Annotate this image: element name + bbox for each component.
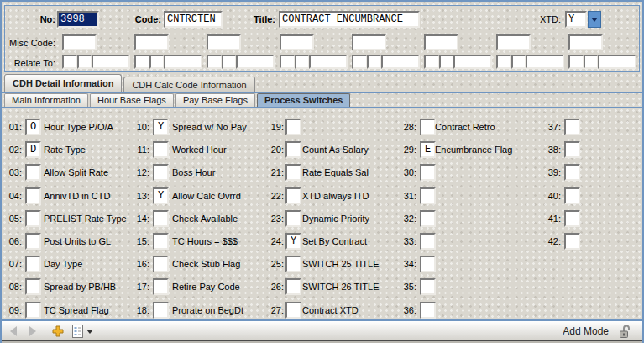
switch-number: 36:	[396, 302, 416, 319]
switch-value-field-34[interactable]	[420, 256, 436, 272]
switch-value-field-25[interactable]	[285, 256, 301, 272]
switch-value-field-04[interactable]	[25, 187, 41, 204]
switch-value-field-20[interactable]	[285, 141, 301, 158]
switch-number: 31:	[396, 187, 416, 204]
switch-value-field-10[interactable]: Y	[153, 119, 169, 135]
switch-label: Contract XTD	[302, 302, 359, 319]
switch-value-field-29[interactable]: E	[420, 141, 436, 158]
switch-label: Day Type	[44, 256, 82, 272]
switch-label: Dynamic Priority	[302, 210, 369, 227]
switch-value-field-39[interactable]	[564, 164, 580, 181]
switch-value-field-01[interactable]: O	[25, 119, 41, 135]
process-switches-panel: 01:OHour Type P/O/A02:DRate Type03:Allow…	[2, 2, 642, 343]
switch-value-field-33[interactable]	[420, 233, 436, 250]
switch-number: 28:	[396, 119, 416, 135]
switch-number: 37:	[541, 119, 561, 135]
switch-label: Rate Equals Sal	[302, 164, 369, 181]
switch-value-field-03[interactable]	[25, 164, 41, 181]
switch-label: Allow Calc Ovrrd	[172, 187, 241, 204]
switch-value-field-05[interactable]	[25, 210, 41, 227]
chevron-down-icon	[86, 330, 93, 334]
switch-value-field-11[interactable]	[153, 141, 169, 158]
output-options-button[interactable]	[72, 321, 83, 341]
switch-number: 01:	[2, 119, 22, 135]
switch-number: 39:	[541, 164, 561, 181]
switch-value-field-14[interactable]	[153, 210, 169, 227]
next-record-button[interactable]	[29, 321, 36, 341]
switch-label: Spread by PB/HB	[44, 278, 116, 295]
report-icon	[72, 325, 83, 338]
switch-number: 38:	[541, 141, 561, 158]
unlock-icon[interactable]	[619, 321, 631, 341]
switch-value-field-40[interactable]	[564, 187, 580, 204]
switch-number: 08:	[2, 278, 22, 295]
switch-value-field-06[interactable]	[25, 233, 41, 250]
arrow-left-icon	[10, 326, 17, 336]
switch-value-field-30[interactable]	[420, 164, 436, 181]
switch-label: TC Spread Flag	[44, 302, 109, 319]
switch-number: 17:	[129, 278, 149, 295]
previous-record-button[interactable]	[10, 321, 17, 341]
switch-label: Boss Hour	[172, 164, 215, 181]
switch-value-field-42[interactable]	[564, 233, 580, 250]
mode-status-text: Add Mode	[563, 321, 609, 341]
switch-number: 24:	[264, 233, 284, 250]
output-options-dropdown[interactable]	[86, 321, 93, 341]
switch-value-field-36[interactable]	[420, 302, 436, 319]
switch-number: 09:	[2, 302, 22, 319]
switch-value-field-15[interactable]	[153, 233, 169, 250]
switch-value-field-26[interactable]	[285, 278, 301, 295]
switch-value-field-37[interactable]	[564, 119, 580, 135]
switch-number: 35:	[396, 278, 416, 295]
add-record-button[interactable]	[52, 321, 64, 341]
switch-value-field-32[interactable]	[420, 210, 436, 227]
bottom-toolbar: Add Mode	[2, 319, 642, 342]
switch-value-field-08[interactable]	[25, 278, 41, 295]
switch-number: 12:	[129, 164, 149, 181]
switch-number: 34:	[396, 256, 416, 272]
switch-number: 19:	[264, 119, 284, 135]
switch-label: Post Units to GL	[44, 233, 111, 250]
app-window: No: 3998 Code: CNTRCTEN Title: CONTRACT …	[0, 0, 644, 343]
switch-label: AnnivTD in CTD	[44, 187, 110, 204]
switch-number: 23:	[264, 210, 284, 227]
switch-value-field-27[interactable]	[285, 302, 301, 319]
switch-label: SWITCH 25 TITLE	[302, 256, 379, 272]
switch-number: 40:	[541, 187, 561, 204]
switch-number: 05:	[2, 210, 22, 227]
switch-number: 20:	[264, 141, 284, 158]
switch-value-field-07[interactable]	[25, 256, 41, 272]
switch-value-field-28[interactable]	[420, 119, 436, 135]
switch-value-field-31[interactable]	[420, 187, 436, 204]
switch-value-field-09[interactable]	[25, 302, 41, 319]
switch-value-field-16[interactable]	[153, 256, 169, 272]
switch-label: Prorate on BegDt	[172, 302, 243, 319]
switch-label: PRELIST Rate Type	[44, 210, 127, 227]
switch-value-field-23[interactable]	[285, 210, 301, 227]
switch-value-field-35[interactable]	[420, 278, 436, 295]
switch-label: Allow Split Rate	[44, 164, 108, 181]
switch-value-field-21[interactable]	[285, 164, 301, 181]
switch-value-field-19[interactable]	[285, 119, 301, 135]
switch-number: 16:	[129, 256, 149, 272]
switch-value-field-18[interactable]	[153, 302, 169, 319]
switch-value-field-22[interactable]	[285, 187, 301, 204]
switch-number: 21:	[264, 164, 284, 181]
switch-value-field-02[interactable]: D	[25, 141, 41, 158]
switch-value-field-38[interactable]	[564, 141, 580, 158]
switch-number: 33:	[396, 233, 416, 250]
switch-label: XTD always ITD	[302, 187, 369, 204]
switch-number: 25:	[264, 256, 284, 272]
switch-value-field-12[interactable]	[153, 164, 169, 181]
switch-value-field-41[interactable]	[564, 210, 580, 227]
switch-label: Rate Type	[44, 141, 86, 158]
switch-value-field-24[interactable]: Y	[285, 233, 301, 250]
switch-value-field-13[interactable]: Y	[153, 187, 169, 204]
switch-number: 15:	[129, 233, 149, 250]
switch-number: 07:	[2, 256, 22, 272]
switch-number: 18:	[129, 302, 149, 319]
switch-label: Spread w/ No Pay	[172, 119, 247, 135]
switch-number: 42:	[541, 233, 561, 250]
switch-value-field-17[interactable]	[153, 278, 169, 295]
switch-label: SWITCH 26 TITLE	[302, 278, 379, 295]
